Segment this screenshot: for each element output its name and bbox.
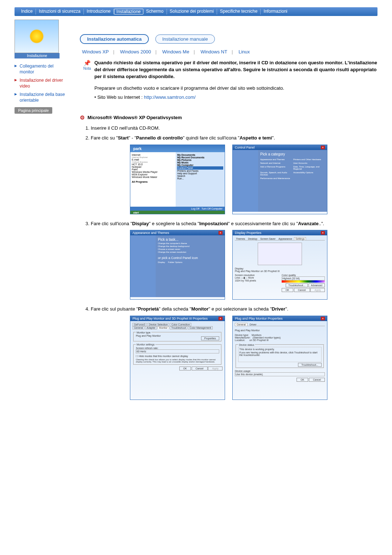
main-page-button[interactable]: Pagina principale — [15, 107, 52, 114]
installazione-label: Installazione — [15, 53, 60, 58]
web-url-link[interactable]: http://www.samtron.com/ — [144, 94, 196, 100]
driver-properties-screenshot: Plug and Play Monitor Properties× Genera… — [232, 316, 327, 400]
nav-sicurezza[interactable]: Istruzioni di sicurezza — [36, 9, 84, 15]
gear-icon: ⚙ — [80, 114, 85, 121]
nav-introduzione[interactable]: Introduzione — [84, 9, 114, 15]
side-links: Collegamento del monitor Installazione d… — [15, 62, 69, 105]
nav-soluzione[interactable]: Soluzione dei problemi — [167, 9, 217, 15]
web-label: Sito Web su Internet : — [97, 94, 143, 100]
nota-icon: 📌 Nota — [80, 60, 94, 80]
os-winnt[interactable]: Windows NT — [198, 49, 229, 54]
monitor-properties-screenshot: Plug and Play Monitor and 3D Prophet III… — [130, 316, 225, 400]
os-linux[interactable]: Linux — [236, 49, 252, 54]
appearance-themes-screenshot: Appearance and Themes× Pick a task... Ch… — [130, 230, 225, 300]
monitor-image — [15, 20, 59, 53]
prep-text: Preparare un dischetto vuoto e scaricare… — [94, 85, 377, 91]
nav-specifiche[interactable]: Specifiche tecniche — [217, 9, 261, 15]
os-winme[interactable]: Windows Me — [160, 49, 191, 54]
pill-auto[interactable]: Installazione automatica — [80, 34, 149, 44]
xp-section-header: ⚙ Microsoft® Windows® XP Operativsystem — [80, 114, 377, 121]
step-2: Fare clic su "Start" - "Pannello di cont… — [91, 134, 377, 142]
sidebar-base-orientable[interactable]: Installazione della base orientable — [15, 90, 69, 105]
sidebar-collegamento[interactable]: Collegamento del monitor — [15, 62, 69, 76]
nav-informazioni[interactable]: Informazioni — [261, 9, 290, 15]
nav-installazione[interactable]: Installazione — [114, 9, 143, 15]
os-winxp[interactable]: Windows XP — [80, 49, 111, 54]
sidebar-driver-video[interactable]: Installazione del driver video — [15, 76, 69, 90]
nav-schermo[interactable]: Schermo — [143, 9, 167, 15]
nav-indice[interactable]: Indice — [18, 9, 36, 15]
step-1: Inserire il CD nell'unità CD-ROM. — [91, 125, 377, 132]
nota-text: Quando richiesto dal sistema operativo p… — [94, 60, 377, 80]
display-properties-screenshot: Display Properties× Themes Desktop Scree… — [232, 230, 327, 300]
top-navigation: Indice Istruzioni di sicurezza Introduzi… — [15, 7, 377, 16]
os-win2000[interactable]: Windows 2000 — [118, 49, 153, 54]
controlpanel-screenshot: Control Panel× Pick a category Appearanc… — [232, 145, 327, 214]
step-4: Fare clic sul pulsante "Proprietà" della… — [91, 305, 377, 313]
startmenu-screenshot: park Internet Internet Explorer E-mail O… — [130, 145, 225, 214]
step-3: Fare clic sull'icona "Display" e sceglie… — [91, 220, 377, 227]
os-links: Windows XP| Windows 2000| Windows Me| Wi… — [80, 49, 377, 54]
pill-manual[interactable]: Installazione manuale — [155, 35, 215, 44]
